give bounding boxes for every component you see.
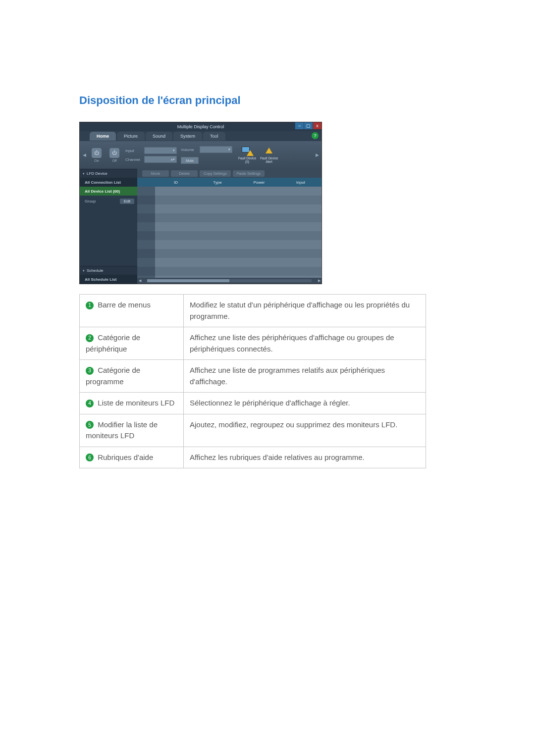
toolbar-prev-icon[interactable]: ◀: [83, 145, 86, 165]
tab-tool[interactable]: Tool: [203, 132, 225, 141]
app-window: Multiple Display Control – ▢ x Home Pict…: [79, 122, 322, 284]
legend-term: 6 Rubriques d'aide: [80, 447, 184, 468]
sidebar-spacer: [80, 206, 137, 266]
legend-desc: Modifiez le statut d'un périphérique d'a…: [184, 295, 426, 327]
window-title: Multiple Display Control: [177, 124, 224, 129]
legend-table: 1 Barre de menus Modifiez le statut d'un…: [79, 294, 426, 468]
legend-desc: Affichez les rubriques d'aide relatives …: [184, 447, 426, 468]
chevron-down-icon: ▾: [83, 269, 85, 273]
close-button[interactable]: x: [313, 122, 321, 129]
move-button[interactable]: Move: [142, 170, 169, 177]
delete-button[interactable]: Delete: [171, 170, 198, 177]
scroll-right-icon[interactable]: ▶: [317, 279, 321, 283]
badge-icon: 5: [86, 421, 94, 429]
minimize-button[interactable]: –: [295, 122, 304, 129]
schedule-label: Schedule: [87, 268, 103, 273]
chevron-down-icon: ▾: [228, 148, 230, 151]
input-label: Input: [125, 149, 142, 153]
edit-button[interactable]: Edit: [120, 199, 134, 204]
lfd-device-label: LFD Device: [87, 171, 107, 176]
channel-label: Channel: [125, 157, 142, 162]
legend-desc: Ajoutez, modifiez, regroupez ou supprime…: [184, 414, 426, 447]
toolbar-next-icon[interactable]: ▶: [316, 145, 319, 165]
col-power[interactable]: Power: [238, 178, 280, 187]
legend-term: 5 Modifier la liste de moniteurs LFD: [80, 414, 184, 447]
legend-desc: Affichez une liste des périphériques d'a…: [184, 327, 426, 360]
legend-term: 4 Liste de moniteurs LFD: [80, 393, 184, 414]
power-off-label: Off: [112, 159, 116, 162]
title-bar: Multiple Display Control – ▢ x: [80, 122, 321, 131]
volume-field[interactable]: ▾: [200, 146, 232, 153]
badge-icon: 1: [86, 302, 94, 309]
scroll-track[interactable]: [147, 279, 312, 282]
badge-icon: 6: [86, 454, 94, 461]
tab-sound[interactable]: Sound: [146, 132, 172, 141]
legend-term: 2 Catégorie de périphérique: [80, 327, 184, 360]
all-connection-list[interactable]: All Connection List: [80, 178, 137, 187]
scroll-left-icon[interactable]: ◀: [137, 279, 142, 283]
device-grid[interactable]: [137, 187, 321, 278]
section-title: Disposition de l'écran principal: [79, 94, 456, 107]
copy-settings-button[interactable]: Copy Settings: [200, 170, 231, 177]
legend-desc: Sélectionnez le périphérique d'affichage…: [184, 393, 426, 414]
maximize-button[interactable]: ▢: [304, 122, 313, 129]
tab-system[interactable]: System: [173, 132, 202, 141]
table-row: 1 Barre de menus Modifiez le statut d'un…: [80, 295, 426, 327]
input-group: Input ▾ Channel ▴▾: [125, 147, 177, 163]
power-group: ⏻ On ⏻ Off: [90, 146, 121, 164]
legend-term: 1 Barre de menus: [80, 295, 184, 327]
fault-alert-label: Fault Device Alert: [260, 156, 278, 163]
channel-stepper[interactable]: ▴▾: [144, 156, 177, 163]
table-header: ID Type Power Input: [137, 178, 321, 187]
power-on-button[interactable]: ⏻ On: [90, 146, 104, 164]
group-label: Group: [85, 199, 96, 203]
volume-label: Volume: [181, 148, 198, 152]
fault-device-icon: [242, 147, 253, 155]
group-row: Group Edit: [80, 196, 137, 206]
all-device-list[interactable]: All Device List (00): [80, 187, 137, 196]
help-icon[interactable]: ?: [312, 132, 319, 139]
chevron-down-icon: ▾: [173, 149, 175, 152]
table-row: 6 Rubriques d'aide Affichez les rubrique…: [80, 447, 426, 468]
legend-desc: Affichez une liste de programmes relatif…: [184, 360, 426, 393]
table-row: 2 Catégorie de périphérique Affichez une…: [80, 327, 426, 360]
badge-icon: 2: [86, 334, 94, 342]
fault-group: Fault Device (0) Fault Device Alert: [238, 147, 278, 163]
paste-settings-button[interactable]: Paste Settings: [233, 170, 265, 177]
table-row: 5 Modifier la liste de moniteurs LFD Ajo…: [80, 414, 426, 447]
all-schedule-list[interactable]: All Schedule List: [80, 275, 137, 284]
col-input[interactable]: Input: [280, 178, 321, 187]
volume-group: Volume ▾ Mute: [181, 146, 232, 164]
table-row: 4 Liste de moniteurs LFD Sélectionnez le…: [80, 393, 426, 414]
fault-alert-icon: [264, 147, 274, 155]
col-checkbox: [137, 178, 155, 187]
stepper-icon: ▴▾: [171, 157, 175, 161]
action-row: Move Delete Copy Settings Paste Settings: [137, 169, 321, 178]
main-panel: Move Delete Copy Settings Paste Settings…: [137, 169, 321, 284]
input-dropdown[interactable]: ▾: [144, 147, 177, 154]
power-off-button[interactable]: ⏻ Off: [107, 146, 121, 164]
lfd-device-header[interactable]: ▾ LFD Device: [80, 169, 137, 178]
toolbar: ◀ ⏻ On ⏻ Off Input ▾ Channel ▴▾ Volum: [80, 141, 321, 169]
schedule-header[interactable]: ▾ Schedule: [80, 266, 137, 275]
fault-alert-button[interactable]: Fault Device Alert: [260, 147, 278, 163]
power-icon: ⏻: [92, 148, 102, 158]
power-on-label: On: [94, 159, 99, 162]
sidebar: ▾ LFD Device All Connection List All Dev…: [80, 169, 137, 284]
grid-gutter: [137, 187, 155, 278]
power-icon: ⏻: [109, 148, 119, 158]
tab-home[interactable]: Home: [90, 132, 116, 141]
fault-device-button[interactable]: Fault Device (0): [238, 147, 256, 163]
badge-icon: 4: [86, 400, 94, 407]
col-id[interactable]: ID: [155, 178, 197, 187]
col-type[interactable]: Type: [197, 178, 238, 187]
menu-bar: Home Picture Sound System Tool ?: [80, 131, 321, 141]
mute-button[interactable]: Mute: [181, 157, 199, 164]
tab-picture[interactable]: Picture: [117, 132, 145, 141]
horizontal-scrollbar[interactable]: ◀ ▶: [137, 278, 321, 284]
scroll-thumb[interactable]: [147, 279, 229, 282]
badge-icon: 3: [86, 367, 94, 375]
legend-term: 3 Catégorie de programme: [80, 360, 184, 393]
window-controls: – ▢ x: [295, 122, 321, 129]
fault-device-label: Fault Device (0): [238, 156, 256, 163]
